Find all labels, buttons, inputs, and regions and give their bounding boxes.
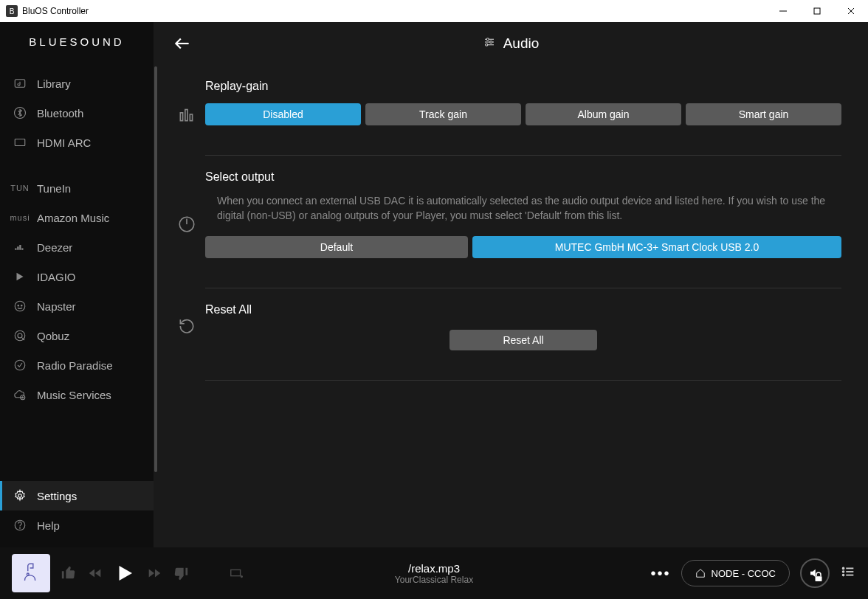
thumbs-up-button[interactable]: [61, 565, 77, 581]
sidebar-item-label: Library: [37, 77, 71, 90]
window-maximize-button[interactable]: [800, 0, 834, 22]
svg-point-47: [843, 568, 844, 569]
thumbs-down-button[interactable]: [173, 565, 189, 581]
qobuz-icon: [10, 329, 30, 342]
sliders-icon: [483, 35, 496, 52]
svg-marker-41: [149, 569, 154, 578]
svg-point-27: [486, 38, 489, 40]
album-art[interactable]: [12, 554, 50, 592]
svg-point-49: [843, 571, 844, 572]
section-title: Replay-gain: [205, 80, 841, 93]
svg-point-37: [27, 573, 29, 575]
svg-marker-11: [17, 273, 24, 281]
brand-logo: BLUESOUND: [0, 35, 154, 48]
svg-point-22: [18, 494, 22, 498]
sidebar-group-sources: Library Bluetooth HDMI ARC: [0, 69, 154, 157]
home-icon: [695, 568, 706, 578]
equalizer-icon: [168, 80, 205, 125]
deezer-icon: [10, 240, 30, 254]
section-reset: Reset All Reset All: [168, 303, 841, 350]
svg-point-31: [485, 44, 487, 46]
app-icon: B: [6, 5, 18, 17]
svg-rect-33: [185, 110, 187, 121]
section-replay-gain: Replay-gain Disabled Track gain Album ga…: [168, 80, 841, 125]
sidebar-item-music-services[interactable]: Music Services: [0, 380, 154, 409]
svg-rect-34: [190, 114, 192, 121]
svg-point-18: [15, 360, 25, 370]
next-button[interactable]: [146, 565, 162, 581]
sidebar-item-amazon-music[interactable]: musi Amazon Music: [0, 203, 154, 232]
device-selector[interactable]: NODE - CCOC: [681, 560, 790, 586]
svg-marker-39: [95, 569, 100, 578]
display-icon[interactable]: [229, 565, 245, 581]
svg-marker-40: [120, 566, 133, 581]
replay-option-track-gain[interactable]: Track gain: [365, 103, 521, 125]
sidebar-item-deezer[interactable]: Deezer: [0, 232, 154, 262]
svg-rect-32: [180, 113, 182, 121]
help-icon: [10, 519, 30, 532]
section-title: Reset All: [205, 303, 841, 316]
sidebar-item-label: Help: [37, 519, 60, 532]
window-minimize-button[interactable]: [766, 0, 800, 22]
page-header: Audio: [154, 22, 868, 65]
app-window: B BluOS Controller BLUESOUND Library Blu…: [0, 0, 868, 599]
sidebar-item-tunein[interactable]: TUN TuneIn: [0, 173, 154, 203]
sidebar-item-help[interactable]: Help: [0, 510, 154, 540]
play-button[interactable]: [114, 562, 136, 584]
sidebar-item-radio-paradise[interactable]: Radio Paradise: [0, 350, 154, 380]
section-description: When you connect an external USB DAC it …: [205, 194, 841, 223]
svg-marker-38: [89, 569, 94, 578]
sidebar-item-label: TuneIn: [37, 182, 71, 195]
page-title: Audio: [503, 35, 540, 52]
sidebar-item-label: Settings: [37, 490, 77, 502]
content-area: BLUESOUND Library Bluetooth HDMI ARC TUN: [0, 22, 868, 547]
sections: Replay-gain Disabled Track gain Album ga…: [154, 65, 868, 395]
sidebar-item-label: Radio Paradise: [37, 359, 113, 372]
amazon-icon: musi: [10, 213, 30, 222]
svg-rect-9: [19, 245, 21, 250]
sidebar-item-library[interactable]: Library: [0, 69, 154, 98]
replay-option-album-gain[interactable]: Album gain: [526, 103, 681, 125]
window-close-button[interactable]: [834, 0, 868, 22]
bluetooth-icon: [10, 106, 30, 120]
output-options: Default MUTEC GmbH MC-3+ Smart Clock USB…: [205, 236, 841, 258]
svg-point-44: [241, 576, 243, 578]
sidebar-item-napster[interactable]: Napster: [0, 291, 154, 321]
sidebar-item-hdmi-arc[interactable]: HDMI ARC: [0, 128, 154, 157]
sidebar-item-bluetooth[interactable]: Bluetooth: [0, 98, 154, 128]
svg-point-12: [15, 301, 25, 311]
queue-button[interactable]: [840, 564, 856, 583]
svg-point-24: [20, 527, 21, 528]
sidebar-item-qobuz[interactable]: Qobuz: [0, 321, 154, 350]
sidebar-group-bottom: Settings Help: [0, 481, 154, 540]
back-button[interactable]: [173, 34, 192, 53]
more-button[interactable]: •••: [651, 565, 671, 582]
napster-icon: [10, 300, 30, 313]
output-option-default[interactable]: Default: [205, 236, 468, 258]
reset-all-button[interactable]: Reset All: [450, 330, 597, 350]
sidebar-item-label: IDAGIO: [37, 271, 76, 283]
replay-option-disabled[interactable]: Disabled: [205, 103, 361, 125]
replay-option-smart-gain[interactable]: Smart gain: [686, 103, 841, 125]
reset-icon: [168, 303, 205, 350]
output-option-mutec[interactable]: MUTEC GmbH MC-3+ Smart Clock USB 2.0: [472, 236, 841, 258]
svg-rect-46: [816, 576, 822, 581]
now-playing[interactable]: /relax.mp3 YourClassical Relax: [395, 562, 473, 585]
sidebar-item-label: Amazon Music: [37, 212, 109, 224]
sidebar: BLUESOUND Library Bluetooth HDMI ARC TUN: [0, 22, 154, 547]
previous-button[interactable]: [87, 565, 103, 581]
svg-rect-6: [15, 139, 25, 146]
main-panel: Audio Replay-gain Disabled Track gain Al…: [154, 22, 868, 547]
svg-rect-8: [17, 246, 18, 250]
sidebar-item-label: HDMI ARC: [37, 136, 91, 149]
music-note-icon: [10, 77, 30, 90]
sidebar-item-settings[interactable]: Settings: [0, 481, 154, 510]
sidebar-item-idagio[interactable]: IDAGIO: [0, 262, 154, 291]
volume-button[interactable]: [800, 558, 830, 588]
svg-point-14: [21, 305, 23, 307]
scrollbar[interactable]: [154, 22, 158, 547]
titlebar: B BluOS Controller: [0, 0, 868, 22]
svg-marker-42: [155, 569, 160, 578]
svg-point-16: [18, 333, 22, 338]
sidebar-item-label: Music Services: [37, 389, 111, 401]
